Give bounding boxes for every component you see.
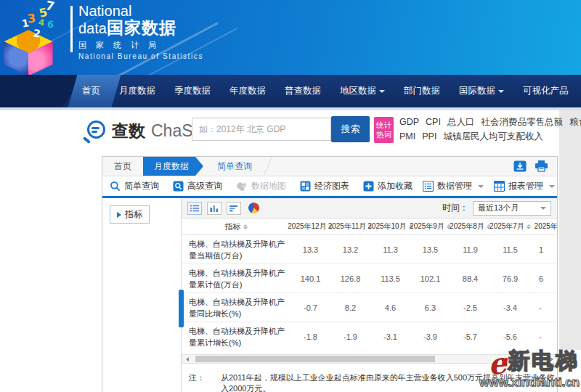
advanced-query-label: 高级查询 — [187, 180, 222, 192]
report-manage-label: 报表管理 — [508, 180, 543, 192]
header-month-4[interactable]: 2025年9月 — [410, 221, 450, 232]
toolbar-right: 添加收藏 数据管理 — [363, 180, 556, 192]
report-manage-button[interactable]: 报表管理 — [494, 180, 555, 192]
hot-word-link[interactable]: CPI — [426, 115, 441, 129]
header-month-7[interactable]: 2025年6 — [530, 221, 557, 232]
nav-item-8[interactable]: 国际数据 — [450, 85, 513, 97]
value-cell: 13.2 — [330, 245, 370, 254]
chart-icon — [300, 181, 311, 192]
cube-number: 7 — [44, 0, 56, 14]
value-cell: 1 — [530, 245, 557, 254]
scroll-left-arrow[interactable] — [182, 355, 192, 363]
scroll-right-arrow[interactable] — [547, 355, 556, 363]
add-favorite-label: 添加收藏 — [378, 180, 413, 192]
sidebar-collapse-handle[interactable] — [179, 290, 184, 327]
data-map-button[interactable]: 数据地图 — [236, 180, 286, 192]
search-button[interactable]: 搜索 — [331, 116, 370, 142]
tab-home[interactable]: 首页 — [102, 157, 143, 176]
time-range-value: 最近13个月 — [478, 203, 519, 213]
table-viewport: 指标2025年12月2025年11月2025年10月2025年9月2025年8月… — [182, 219, 557, 348]
value-cell: 13.5 — [410, 245, 450, 254]
download-icon[interactable] — [513, 160, 527, 172]
hot-words-badge: 统计 热词 — [374, 117, 394, 143]
note-text: 从2011年起，规模以上工业企业起点标准由原来的年主营业务收入500万元提高到年… — [221, 372, 557, 392]
main-nav-items: 首页月度数据季度数据年度数据普查数据地区数据部门数据国际数据可视化产品出版物我的… — [73, 75, 581, 107]
indicator-toggle-button[interactable]: 指标 — [110, 205, 150, 224]
search-input[interactable] — [192, 118, 331, 141]
nav-item-5[interactable]: 普查数据 — [275, 85, 330, 97]
data-manage-label: 数据管理 — [437, 180, 472, 192]
print-icon[interactable] — [535, 160, 548, 172]
nav-item-9[interactable]: 可视化产品 — [513, 85, 578, 97]
query-toolbar: 简单查询 高级查询 数据地图 经济图表 — [102, 176, 557, 198]
value-cell: 11.9 — [450, 245, 490, 254]
nav-item-6[interactable]: 地区数据 — [330, 85, 394, 97]
header-indicator[interactable]: 指标 — [182, 221, 290, 232]
query-panel: 首页 月度数据 简单查询 简单查询 — [102, 156, 558, 392]
bureau-name-en: National Bureau of Statistics — [78, 52, 203, 60]
hot-word-link[interactable]: PPI — [422, 129, 436, 144]
value-cell: 6 — [530, 274, 557, 283]
value-cell: -3.1 — [370, 332, 410, 341]
bar-chart-view-icon[interactable] — [207, 202, 222, 215]
brand-line2-cn: 国家数据 — [107, 18, 176, 37]
hot-word-link[interactable]: 城镇居民人均可支配收入 — [443, 129, 543, 144]
header-month-2[interactable]: 2025年11月 — [330, 221, 370, 232]
hot-word-link[interactable]: 粮食产量 — [569, 115, 581, 129]
pie-chart-view-icon[interactable] — [246, 202, 261, 215]
simple-query-button[interactable]: 简单查询 — [110, 180, 159, 192]
table-row-4: 电梯、自动扶梯及升降机产量累计增长(%)-1.8-1.9-3.1-3.9-5.7… — [182, 322, 557, 348]
add-favorite-button[interactable]: 添加收藏 — [363, 180, 413, 192]
value-cell: 76.9 — [490, 274, 530, 283]
economic-charts-button[interactable]: 经济图表 — [300, 180, 349, 192]
advanced-query-button[interactable]: 高级查询 — [173, 180, 222, 192]
hot-word-link[interactable]: 社会消费品零售总额 — [481, 115, 563, 129]
hot-badge-line1: 统计 — [374, 121, 394, 130]
nav-item-1[interactable]: 首页 — [73, 85, 110, 97]
time-label: 时间： — [442, 202, 468, 214]
header-month-5[interactable]: 2025年8月 — [450, 221, 490, 232]
indicator-sidebar: 指标 — [102, 198, 182, 392]
header-month-3[interactable]: 2025年10月 — [370, 221, 410, 232]
value-cell: -5.7 — [450, 332, 490, 341]
value-cell: 113.5 — [370, 274, 410, 283]
nav-item-7[interactable]: 部门数据 — [394, 85, 450, 97]
header-month-6[interactable]: 2025年7月 — [490, 221, 530, 232]
indicator-button-label: 指标 — [125, 208, 142, 221]
chevron-down-icon — [498, 90, 504, 93]
hot-word-link[interactable]: PMI — [399, 129, 415, 144]
value-cell: 11.3 — [370, 245, 410, 254]
value-cell: -3.9 — [410, 332, 450, 341]
chevron-down-icon — [478, 185, 484, 188]
value-cell: 126.8 — [330, 274, 370, 283]
brand-line1: National — [78, 4, 203, 19]
nav-item-4[interactable]: 年度数据 — [220, 85, 275, 97]
hot-word-link[interactable]: GDP — [399, 115, 419, 129]
time-range-select[interactable]: 最近13个月 — [473, 201, 551, 216]
value-cell: 88.4 — [450, 274, 490, 283]
cube-number: 3 — [27, 11, 36, 25]
value-cell: -2.5 — [450, 303, 490, 312]
value-cell: -5.6 — [490, 332, 530, 341]
value-cell: 8.2 — [330, 303, 370, 312]
tab-monthly-data[interactable]: 月度数据 — [143, 157, 203, 176]
nav-item-2[interactable]: 月度数据 — [110, 85, 165, 97]
value-cell: 140.1 — [290, 274, 330, 283]
scrollbar-thumb[interactable] — [195, 356, 435, 362]
value-cell: -1.8 — [290, 332, 330, 341]
hot-words-line2: PMIPPI城镇居民人均可支配收入 — [399, 129, 577, 144]
value-cell: -3.4 — [490, 303, 530, 312]
nav-item-10[interactable]: 出版物 — [578, 85, 581, 97]
horizontal-bar-view-icon[interactable] — [227, 202, 241, 215]
tab-actions — [513, 157, 557, 176]
table-view-icon[interactable] — [187, 202, 202, 215]
data-manage-button[interactable]: 数据管理 — [423, 180, 484, 192]
nav-item-3[interactable]: 季度数据 — [165, 85, 220, 97]
advanced-search-icon — [173, 181, 184, 192]
chevron-down-icon — [379, 90, 385, 93]
header-month-1[interactable]: 2025年12月 — [290, 221, 330, 232]
indicator-cell: 电梯、自动扶梯及升降机产量当期值(万台) — [182, 237, 290, 263]
hot-word-link[interactable]: 总人口 — [447, 115, 475, 129]
tab-simple-query[interactable]: 简单查询 — [203, 157, 266, 176]
horizontal-scrollbar[interactable] — [182, 354, 557, 364]
